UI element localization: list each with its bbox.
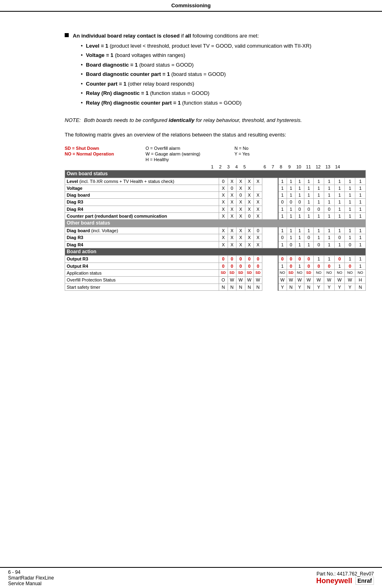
footer-part-no: Part No.: 4417.762_Rev07	[316, 571, 374, 577]
table-row: Counter part (redundant board) communica…	[65, 213, 366, 220]
footer-page: 6 - 94	[8, 569, 54, 575]
sub-bullet-2: Voltage = 1 (board voltages within range…	[81, 51, 311, 59]
sub-bullet-3: Board diagnostic = 1 (board status = GOO…	[81, 61, 311, 69]
footer-left: 6 - 94 SmartRadar FlexLine Service Manua…	[8, 569, 54, 586]
footer-brand-honeywell: Honeywell	[316, 577, 352, 585]
row-label-output-r4: Output R4	[65, 262, 219, 269]
row-label-level: Level (incl. TII-XR comms + TV Health + …	[65, 178, 219, 185]
legend-h: H = Healthy	[146, 157, 234, 162]
table-row: Diag board (incl. Voltage) XXXX0 1111111…	[65, 227, 366, 234]
footer-product: SmartRadar FlexLine	[8, 575, 54, 581]
legend-n: N = No	[234, 146, 295, 151]
table-row: Level (incl. TII-XR comms + TV Health + …	[65, 178, 366, 185]
matrix-table: Own board status Level (incl. TII-XR com…	[65, 170, 366, 291]
legend-no: NO = Normal Operation	[65, 151, 146, 156]
row-label-other-diag-r3: Diag R3	[65, 234, 219, 241]
sub-bullet-5: Counter part = 1 (other relay board resp…	[81, 80, 311, 88]
table-row: Overfill Protection Status OWWWW WWWWWWW…	[65, 277, 366, 284]
table-row: Diag board XX0XX 111111111	[65, 192, 366, 199]
following-text: The following matrix gives an overview o…	[65, 131, 366, 139]
row-label-other-diag-board: Diag board (incl. Voltage)	[65, 227, 219, 234]
sub-bullet-1: Level = 1 (product level < threshold, pr…	[81, 42, 311, 50]
page-footer: 6 - 94 SmartRadar FlexLine Service Manua…	[0, 567, 382, 588]
table-row: Diag R3 XXXXX 000111111	[65, 199, 366, 206]
row-label-output-r3: Output R3	[65, 256, 219, 262]
bullet-intro-part1: An individual board relay contact is clo…	[73, 33, 259, 39]
row-label-diag-r3: Diag R3	[65, 199, 219, 206]
legend-y: Y = Yes	[234, 151, 295, 156]
footer-right: Part No.: 4417.762_Rev07 Honeywell Enraf	[316, 571, 374, 585]
legend-w: W = Gauge alarm (warning)	[146, 151, 234, 156]
page-header: Commissioning	[0, 0, 382, 12]
section-header-other: Other board status	[65, 220, 366, 227]
table-row: Diag R4 XXXXX 110000111	[65, 206, 366, 212]
legend-row-2: NO = Normal Operation W = Gauge alarm (w…	[65, 151, 366, 156]
row-label-overfill: Overfill Protection Status	[65, 277, 219, 284]
table-row: Diag R3 XXXXX 011011011	[65, 234, 366, 241]
section-header-action: Board action	[65, 248, 366, 256]
footer-brand: Honeywell Enraf	[316, 577, 374, 585]
table-row: Output R3 0 0 0 0 0 0 0 0 0 11 0 11	[65, 256, 366, 262]
section-label-action: Board action	[65, 248, 366, 256]
table-row: Voltage X0XX 111111111	[65, 185, 366, 191]
row-label-diag-r4: Diag R4	[65, 206, 219, 212]
legend-row-1: SD = Shut Down O = Overfill alarm N = No	[65, 146, 366, 151]
sub-bullet-4: Board diagnostic counter part = 1 (board…	[81, 70, 311, 78]
row-label-app-status: Application status	[65, 270, 219, 277]
col-numbers-row: 1 2 3 4 5 6 7 8 9 10 11 12 13 14	[65, 164, 366, 169]
sub-bullet-6: Relay (Rn) diagnostic = 1 (function stat…	[81, 89, 311, 97]
legend-o: O = Overfill alarm	[146, 146, 234, 151]
bullet-square	[65, 33, 69, 37]
row-label-other-diag-r4: Diag R4	[65, 241, 219, 248]
table-row: Output R4 0 0 0 0 0 1 0 1 0 0 0 1 0 1	[65, 262, 366, 269]
table-row: Application status SD SD SD SD SD NO SD …	[65, 270, 366, 277]
table-row: Start safety timer NNNNN YNYNYYYYN	[65, 284, 366, 290]
note-section: NOTE: Both boards needs to be configured…	[65, 116, 366, 124]
note-text: Both boards needs to be configured ident…	[84, 116, 302, 124]
section-label-own: Own board status	[65, 170, 366, 178]
row-label-diag-board: Diag board	[65, 192, 219, 199]
row-label-counter-part: Counter part (redundant board) communica…	[65, 213, 219, 220]
row-label-voltage: Voltage	[65, 185, 219, 191]
section-header-own: Own board status	[65, 170, 366, 178]
row-label-safety-timer: Start safety timer	[65, 284, 219, 290]
note-label: NOTE:	[65, 116, 81, 124]
section-label-other: Other board status	[65, 220, 366, 227]
footer-brand-enraf: Enraf	[355, 577, 374, 585]
legend-row-3: H = Healthy	[65, 157, 366, 162]
footer-document: Service Manual	[8, 581, 54, 586]
matrix-table-wrapper: Own board status Level (incl. TII-XR com…	[65, 170, 366, 291]
sub-bullet-7: Relay (Rn) diagnostic counter part = 1 (…	[81, 99, 311, 107]
table-row: Diag R4 XXXXX 101101101	[65, 241, 366, 248]
legend-sd: SD = Shut Down	[65, 146, 146, 151]
